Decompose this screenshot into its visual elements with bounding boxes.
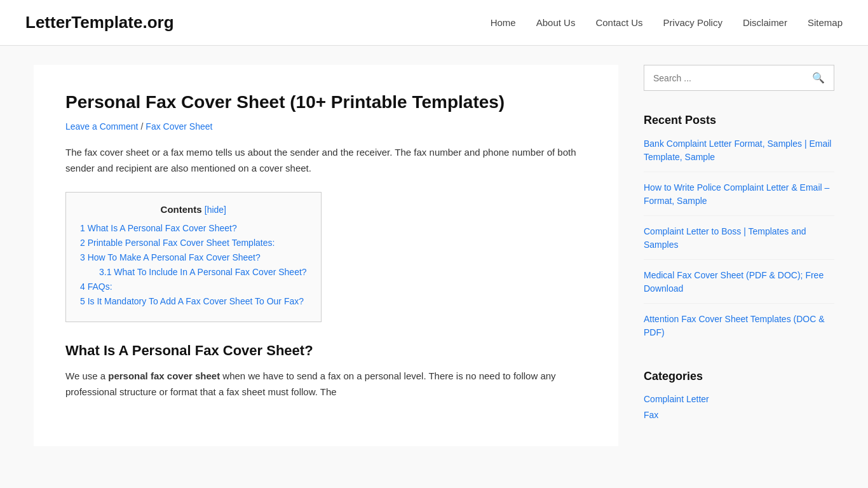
category-link[interactable]: Fax Cover Sheet [146,121,212,132]
toc-item-2: 2 Printable Personal Fax Cover Sheet Tem… [80,237,307,248]
recent-post-5: Attention Fax Cover Sheet Templates (DOC… [644,313,834,347]
toc-item-3: 3 How To Make A Personal Fax Cover Sheet… [80,252,307,262]
recent-posts-heading: Recent Posts [644,114,834,127]
section-bold-term: personal fax cover sheet [108,370,220,381]
toc-list: 1 What Is A Personal Fax Cover Sheet? 2 … [80,222,307,306]
toc-hide-link[interactable]: [hide] [205,205,226,215]
article-meta: Leave a Comment / Fax Cover Sheet [65,121,587,132]
main-content: Personal Fax Cover Sheet (10+ Printable … [34,65,618,446]
nav-home[interactable]: Home [491,17,516,28]
article-title: Personal Fax Cover Sheet (10+ Printable … [65,90,587,114]
toc-title: Contents [hide] [80,204,307,215]
category-link-2[interactable]: Fax [644,410,658,420]
toc-item-4: 4 FAQs: [80,281,307,292]
toc-link-3-1[interactable]: 3.1 What To Include In A Personal Fax Co… [99,267,307,277]
toc-link-4[interactable]: 4 FAQs: [80,281,112,292]
toc-item-3-1: 3.1 What To Include In A Personal Fax Co… [80,266,307,277]
search-button[interactable]: 🔍 [803,65,834,90]
categories-widget: Categories Complaint Letter Fax [644,370,834,420]
toc-item-5: 5 Is It Mandatory To Add A Fax Cover She… [80,295,307,306]
toc-link-5[interactable]: 5 Is It Mandatory To Add A Fax Cover She… [80,296,304,306]
categories-list: Complaint Letter Fax [644,393,834,420]
nav-sitemap[interactable]: Sitemap [808,17,843,28]
category-item-2: Fax [644,409,834,420]
categories-heading: Categories [644,370,834,383]
table-of-contents: Contents [hide] 1 What Is A Personal Fax… [65,192,322,322]
nav-privacy[interactable]: Privacy Policy [663,17,722,28]
main-nav: Home About Us Contact Us Privacy Policy … [491,17,843,28]
recent-post-link-4[interactable]: Medical Fax Cover Sheet (PDF & DOC); Fre… [644,270,824,294]
recent-post-2: How to Write Police Complaint Letter & E… [644,181,834,216]
search-box: 🔍 [644,65,834,91]
article-intro: The fax cover sheet or a fax memo tells … [65,144,587,177]
toc-link-3[interactable]: 3 How To Make A Personal Fax Cover Sheet… [80,252,261,262]
recent-posts-widget: Recent Posts Bank Complaint Letter Forma… [644,114,834,347]
section-1-title: What Is A Personal Fax Cover Sheet? [65,342,587,359]
search-widget: 🔍 [644,65,834,91]
category-item-1: Complaint Letter [644,393,834,404]
site-header: LetterTemplate.org Home About Us Contact… [0,0,868,46]
nav-about[interactable]: About Us [536,17,576,28]
toc-link-1[interactable]: 1 What Is A Personal Fax Cover Sheet? [80,223,237,233]
section-1-text: We use a personal fax cover sheet when w… [65,368,587,400]
category-link-1[interactable]: Complaint Letter [644,394,709,404]
nav-disclaimer[interactable]: Disclaimer [743,17,787,28]
recent-posts-list: Bank Complaint Letter Format, Samples | … [644,137,834,347]
recent-post-3: Complaint Letter to Boss | Templates and… [644,225,834,260]
toc-link-2[interactable]: 2 Printable Personal Fax Cover Sheet Tem… [80,238,275,248]
recent-post-1: Bank Complaint Letter Format, Samples | … [644,137,834,172]
section-text-before-bold: We use a [65,370,108,381]
leave-comment-link[interactable]: Leave a Comment [65,121,138,132]
sidebar: 🔍 Recent Posts Bank Complaint Letter For… [644,65,834,446]
search-input[interactable] [644,67,803,90]
recent-post-link-2[interactable]: How to Write Police Complaint Letter & E… [644,182,829,206]
site-logo[interactable]: LetterTemplate.org [25,13,174,32]
toc-item-1: 1 What Is A Personal Fax Cover Sheet? [80,222,307,233]
recent-post-link-5[interactable]: Attention Fax Cover Sheet Templates (DOC… [644,314,825,337]
recent-post-link-1[interactable]: Bank Complaint Letter Format, Samples | … [644,139,831,162]
recent-post-link-3[interactable]: Complaint Letter to Boss | Templates and… [644,226,806,250]
recent-post-4: Medical Fax Cover Sheet (PDF & DOC); Fre… [644,269,834,304]
nav-contact[interactable]: Contact Us [595,17,642,28]
page-layout: Personal Fax Cover Sheet (10+ Printable … [21,65,847,446]
